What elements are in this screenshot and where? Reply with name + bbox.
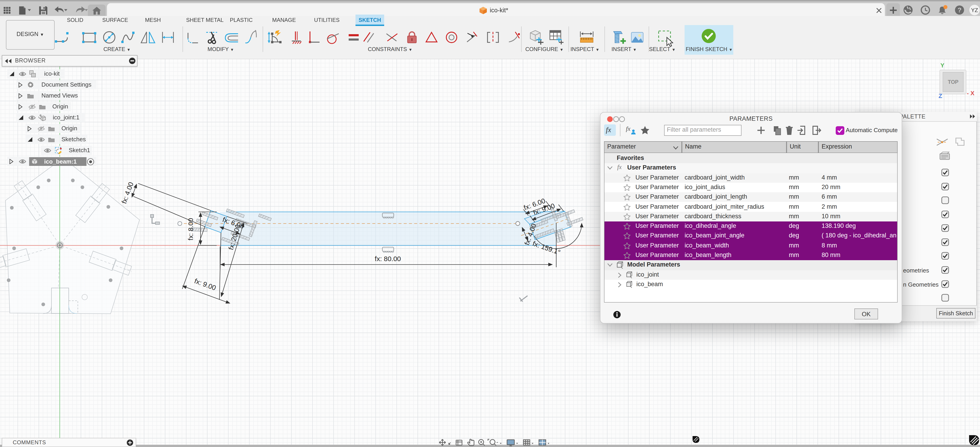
- svg-text:fx: 8.00: fx: 8.00: [187, 218, 194, 240]
- svg-text:fx: 9.00: fx: 9.00: [193, 277, 217, 292]
- svg-text:fx: 4.00: fx: 4.00: [120, 181, 135, 205]
- svg-text:YZ: YZ: [971, 7, 978, 13]
- svg-text:?: ?: [958, 6, 962, 13]
- svg-text:fx: 80.00: fx: 80.00: [375, 255, 401, 262]
